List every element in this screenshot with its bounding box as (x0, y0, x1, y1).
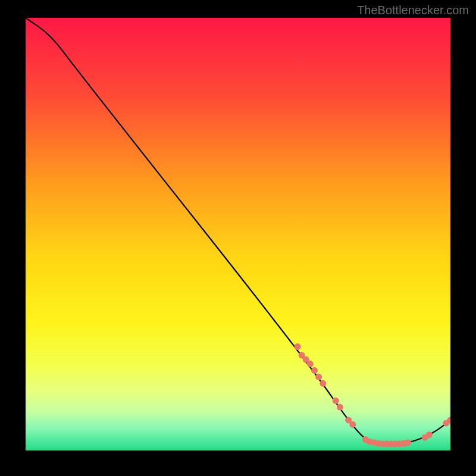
chart-plot-area (26, 18, 450, 450)
data-point (337, 404, 343, 411)
data-point (294, 343, 300, 350)
chart-background (26, 18, 450, 450)
data-point (349, 421, 356, 428)
data-point (315, 374, 322, 380)
data-point (320, 380, 326, 387)
chart-svg (26, 18, 450, 450)
data-point (307, 361, 314, 367)
data-point (426, 431, 433, 438)
data-point (311, 367, 318, 374)
data-point (405, 439, 411, 446)
watermark-text: TheBottlenecker.com (357, 4, 469, 17)
data-point (333, 397, 339, 404)
